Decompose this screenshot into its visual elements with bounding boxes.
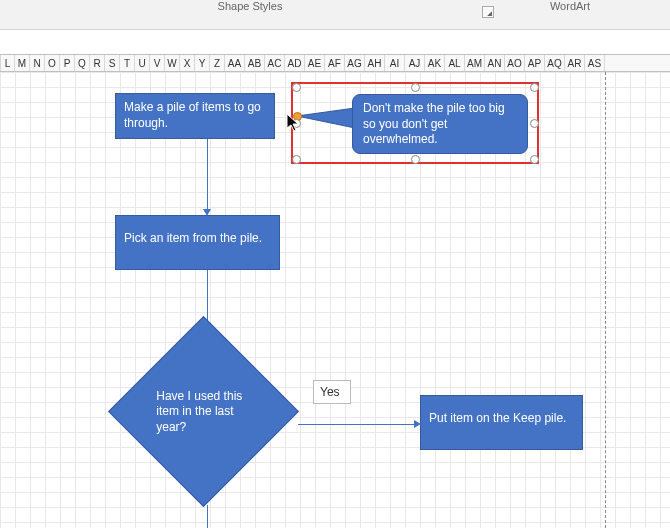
column-header[interactable]: AK <box>425 55 445 71</box>
ribbon-group-shape-styles[interactable]: Shape Styles <box>190 0 310 12</box>
dialog-launcher-icon[interactable] <box>482 6 494 18</box>
column-header[interactable]: AG <box>345 55 365 71</box>
app-window: Shape Styles WordArt LMNOPQRSTUVWXYZAAAB… <box>0 0 670 528</box>
column-header[interactable]: L <box>0 55 15 71</box>
column-header[interactable]: AJ <box>405 55 425 71</box>
flow-step-pick-item-text: Pick an item from the pile. <box>124 231 262 245</box>
resize-handle-e[interactable] <box>530 119 539 128</box>
flow-label-yes[interactable]: Yes <box>313 380 351 404</box>
resize-handle-se[interactable] <box>530 155 539 164</box>
column-header[interactable]: AA <box>225 55 245 71</box>
column-header[interactable]: AE <box>305 55 325 71</box>
column-header[interactable]: AF <box>325 55 345 71</box>
resize-handle-nw[interactable] <box>292 83 301 92</box>
column-header[interactable]: W <box>165 55 180 71</box>
resize-handle-n[interactable] <box>411 83 420 92</box>
ribbon-strip: Shape Styles WordArt <box>0 0 670 30</box>
column-header[interactable]: AS <box>585 55 605 71</box>
callout-pointer-icon <box>297 108 357 138</box>
flow-step-keep-pile-text: Put item on the Keep pile. <box>429 411 566 425</box>
column-header[interactable]: AH <box>365 55 385 71</box>
column-header[interactable]: AC <box>265 55 285 71</box>
resize-handle-ne[interactable] <box>530 83 539 92</box>
column-header[interactable]: AN <box>485 55 505 71</box>
column-header[interactable]: M <box>15 55 30 71</box>
column-header[interactable]: T <box>120 55 135 71</box>
column-header[interactable]: AB <box>245 55 265 71</box>
svg-marker-0 <box>297 108 355 128</box>
flow-callout[interactable]: Don't make the pile too big so you don't… <box>352 94 528 154</box>
connector-1-2[interactable] <box>207 139 208 211</box>
column-header[interactable]: AP <box>525 55 545 71</box>
flow-decision-used-item[interactable]: Have I used this item in the last year? <box>136 344 271 479</box>
column-header[interactable]: AQ <box>545 55 565 71</box>
flow-step-make-pile[interactable]: Make a pile of items to go through. <box>115 93 275 139</box>
column-header[interactable]: AM <box>465 55 485 71</box>
column-header[interactable]: P <box>60 55 75 71</box>
column-header[interactable]: Y <box>195 55 210 71</box>
column-header[interactable]: Q <box>75 55 90 71</box>
flow-step-keep-pile[interactable]: Put item on the Keep pile. <box>420 395 583 450</box>
flow-step-make-pile-text: Make a pile of items to go through. <box>124 100 261 130</box>
connector-3-down[interactable] <box>207 505 208 528</box>
column-header[interactable]: Z <box>210 55 225 71</box>
column-header[interactable]: R <box>90 55 105 71</box>
column-header[interactable]: O <box>45 55 60 71</box>
column-header[interactable]: U <box>135 55 150 71</box>
resize-handle-s[interactable] <box>411 155 420 164</box>
connector-3-keep[interactable] <box>298 424 416 425</box>
resize-handle-w[interactable] <box>292 119 301 128</box>
column-header[interactable]: AO <box>505 55 525 71</box>
column-ruler[interactable]: LMNOPQRSTUVWXYZAAABACADAEAFAGAHAIAJAKALA… <box>0 54 670 72</box>
column-header[interactable]: AL <box>445 55 465 71</box>
flow-decision-text: Have I used this item in the last year? <box>156 388 251 435</box>
column-header[interactable]: X <box>180 55 195 71</box>
ribbon-group-wordart[interactable]: WordArt <box>530 0 610 12</box>
resize-handle-sw[interactable] <box>292 155 301 164</box>
column-header[interactable]: AR <box>565 55 585 71</box>
column-header[interactable]: AD <box>285 55 305 71</box>
flow-label-yes-text: Yes <box>320 385 340 399</box>
column-header[interactable]: AI <box>385 55 405 71</box>
page-break-line <box>605 72 606 528</box>
flow-step-pick-item[interactable]: Pick an item from the pile. <box>115 215 280 270</box>
flow-callout-text: Don't make the pile too big so you don't… <box>363 101 505 146</box>
column-header[interactable]: S <box>105 55 120 71</box>
connector-2-3[interactable] <box>207 270 208 325</box>
column-header[interactable]: V <box>150 55 165 71</box>
column-header[interactable]: N <box>30 55 45 71</box>
